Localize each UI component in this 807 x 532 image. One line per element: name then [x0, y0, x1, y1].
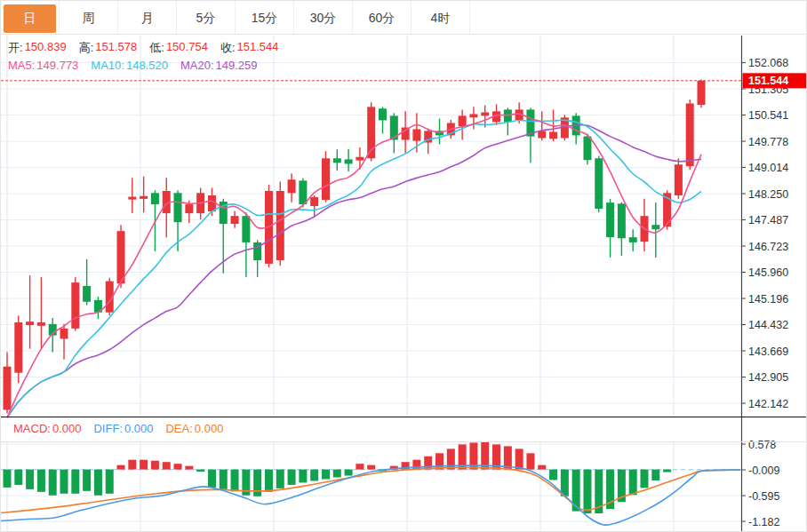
macd-histogram-bar [94, 470, 102, 496]
chart-area: 152.068151.305150.541149.778149.014148.2… [1, 35, 806, 532]
candle-body [60, 329, 68, 339]
macd-histogram-bar [299, 470, 307, 483]
macd-histogram-bar [265, 470, 273, 492]
tab-30min[interactable]: 30分 [294, 1, 353, 34]
tab-month-label: 月 [121, 4, 173, 33]
macd-histogram-bar [663, 470, 671, 472]
candle-body [37, 322, 45, 326]
axis-tick-label: 146.723 [748, 241, 788, 253]
macd-histogram-bar [163, 462, 171, 469]
macd-histogram-bar [128, 460, 136, 470]
macd-histogram-bar [174, 464, 182, 469]
macd-histogram-bar [629, 470, 637, 496]
candle-body [651, 225, 659, 229]
candle-body [686, 103, 694, 166]
candle-body [549, 132, 557, 139]
axis-tick-label: 145.960 [748, 266, 788, 279]
macd-histogram-bar [345, 470, 353, 476]
period-tabbar: 日周月5分15分30分60分4时 [1, 1, 806, 35]
candle-body [71, 282, 79, 329]
tab-15min[interactable]: 15分 [236, 1, 294, 34]
tab-month[interactable]: 月 [118, 1, 177, 34]
macd-histogram-bar [151, 461, 159, 470]
macd-histogram-bar [71, 470, 79, 494]
axis-tick-label: 143.669 [748, 345, 788, 358]
candle-body [128, 197, 136, 200]
tab-5min[interactable]: 5分 [177, 1, 236, 34]
tab-4hour[interactable]: 4时 [411, 1, 470, 34]
macd-histogram-bar [253, 470, 261, 496]
tab-week[interactable]: 周 [60, 1, 118, 34]
macd-histogram-bar [4, 470, 12, 488]
candle-body [4, 367, 12, 410]
macd-histogram-bar [196, 470, 204, 472]
macd-histogram-bar [26, 470, 34, 489]
axis-tick-label: 148.250 [748, 188, 788, 201]
candle-body [310, 197, 318, 206]
axis-tick-label: 144.432 [748, 319, 788, 331]
candle-body [469, 114, 477, 117]
axis-tick-label: 145.196 [748, 293, 788, 306]
tab-5min-label: 5分 [180, 4, 232, 33]
candle-body [356, 157, 364, 161]
axis-tick-label: -0.009 [748, 465, 779, 477]
macd-histogram-bar [356, 464, 364, 469]
macd-histogram-bar [49, 470, 57, 496]
axis-tick-label: -0.595 [748, 490, 779, 503]
candle-body [174, 193, 182, 222]
candle-body [288, 179, 296, 193]
candle-body [538, 131, 546, 138]
candle-body [333, 158, 341, 163]
macd-histogram-bar [83, 470, 91, 491]
candle-body [595, 158, 603, 209]
macd-histogram-bar [322, 470, 330, 480]
candle-body [322, 158, 330, 200]
axis-tick-label: 149.014 [748, 162, 788, 174]
axis-tick-label: 142.142 [748, 398, 788, 410]
macd-histogram-bar [288, 470, 296, 485]
candle-body [231, 216, 239, 224]
current-price-badge-value: 151.544 [748, 75, 788, 87]
candle-body [606, 202, 614, 237]
candle-body [26, 322, 34, 325]
macd-histogram-bar [37, 470, 45, 492]
macd-histogram-bar [140, 460, 148, 470]
macd-histogram-bar [583, 470, 591, 513]
tab-day-label: 日 [4, 4, 56, 33]
axis-tick-label: 152.068 [748, 57, 788, 69]
macd-histogram-bar [14, 470, 22, 485]
tab-15min-label: 15分 [238, 4, 291, 33]
macd-histogram-bar [538, 465, 546, 470]
axis-tick-label: 147.487 [748, 214, 788, 226]
candle-body [151, 193, 159, 204]
candle-body [185, 204, 193, 213]
macd-histogram-bar [515, 449, 523, 469]
candlestick-macd-chart[interactable]: 152.068151.305150.541149.778149.014148.2… [1, 35, 807, 532]
axis-tick-label: 0.578 [748, 439, 776, 451]
tab-day[interactable]: 日 [1, 1, 60, 34]
macd-histogram-bar [185, 466, 193, 470]
macd-histogram-bar [651, 470, 659, 480]
macd-histogram-bar [106, 470, 114, 494]
candle-body [140, 196, 148, 199]
macd-histogram-bar [640, 470, 648, 488]
candle-body [379, 108, 387, 120]
macd-histogram-bar [526, 453, 534, 469]
macd-histogram-bar [276, 470, 284, 488]
kline-app: 日周月5分15分30分60分4时 152.068151.305150.54114… [0, 0, 807, 532]
candle-body [698, 81, 706, 105]
macd-histogram-bar [333, 470, 341, 478]
tab-week-label: 周 [62, 4, 115, 33]
candle-body [14, 322, 22, 373]
axis-tick-label: 150.541 [748, 109, 788, 122]
candle-body [242, 216, 250, 242]
candle-body [629, 237, 637, 242]
axis-tick-label: 149.778 [748, 136, 788, 148]
macd-histogram-bar [220, 470, 228, 489]
tab-30min-label: 30分 [297, 4, 349, 33]
tab-60min-label: 60分 [356, 4, 408, 33]
macd-histogram-bar [231, 470, 239, 492]
macd-histogram-bar [310, 470, 318, 481]
candle-body [583, 137, 591, 161]
tab-60min[interactable]: 60分 [353, 1, 411, 34]
